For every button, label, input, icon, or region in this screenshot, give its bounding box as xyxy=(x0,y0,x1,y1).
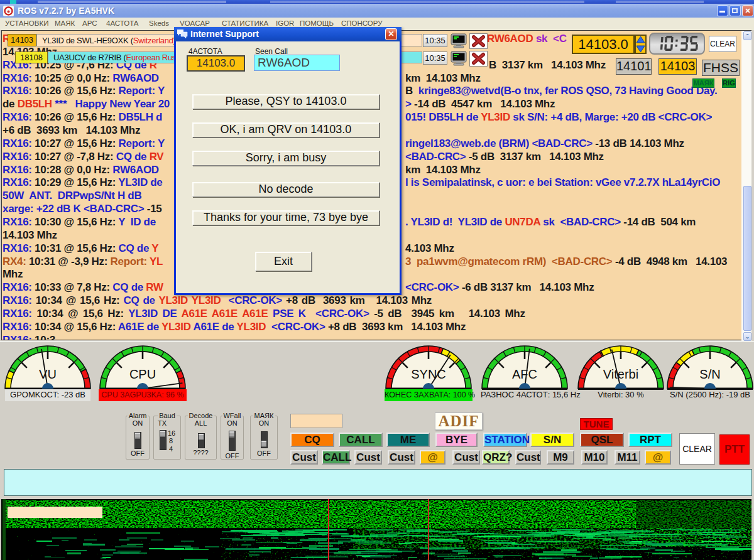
svg-text:Viterbi: Viterbi xyxy=(603,367,638,381)
svg-text:CPU: CPU xyxy=(129,367,156,381)
svg-text:S/N: S/N xyxy=(699,367,720,381)
svg-text:VU: VU xyxy=(39,367,57,381)
svg-text:SYNC: SYNC xyxy=(411,367,446,381)
svg-text:AFC: AFC xyxy=(512,367,537,381)
